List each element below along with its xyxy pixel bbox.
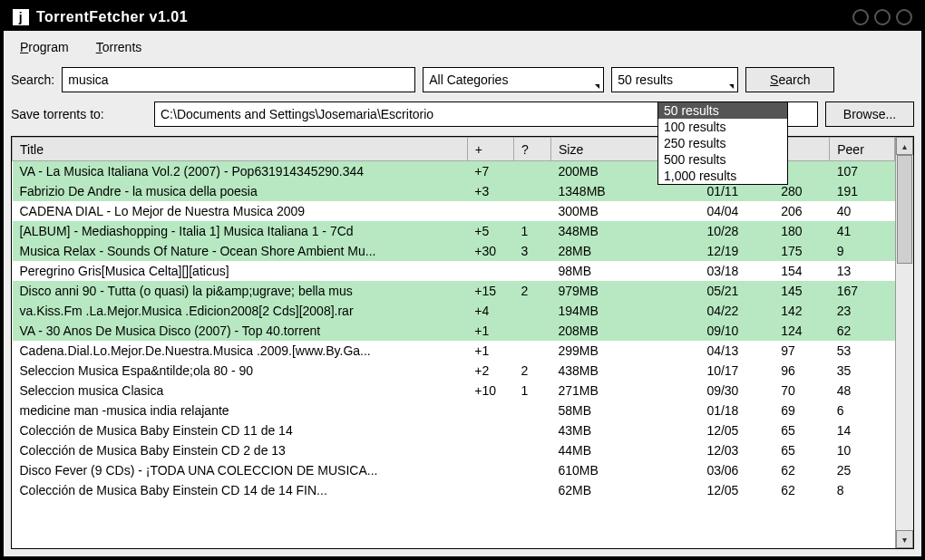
col-q[interactable]: ? xyxy=(514,138,551,161)
cell-date: 03/06 xyxy=(699,460,774,480)
cell-plus: +30 xyxy=(467,241,513,261)
table-row[interactable]: Cadena.Dial.Lo.Mejor.De.Nuestra.Musica .… xyxy=(13,341,895,361)
results-table-wrap: Title + ? Size Peer VA - La Musica Itali… xyxy=(11,136,914,549)
scroll-up-icon[interactable]: ▴ xyxy=(896,137,913,155)
cell-title: Seleccion musica Clasica xyxy=(13,381,468,401)
results-dropdown[interactable]: 50 results 100 results 250 results 500 r… xyxy=(657,101,788,185)
cell-q: 3 xyxy=(514,241,551,261)
cell-peer: 6 xyxy=(830,401,895,420)
window-title: TorrentFetcher v1.01 xyxy=(36,9,188,25)
table-row[interactable]: Disco Fever (9 CDs) - ¡TODA UNA COLECCIO… xyxy=(13,460,895,480)
cell-plus xyxy=(467,460,513,480)
cell-size: 43MB xyxy=(551,420,700,440)
scroll-down-icon[interactable]: ▾ xyxy=(896,530,913,548)
cell-date: 04/13 xyxy=(699,341,774,361)
cell-plus: +1 xyxy=(467,341,513,361)
table-row[interactable]: Seleccion musica Clasica+101271MB09/3070… xyxy=(13,381,895,401)
cell-size: 300MB xyxy=(551,201,700,221)
cell-peer: 107 xyxy=(830,161,895,181)
cell-q xyxy=(514,181,551,201)
cell-seed: 206 xyxy=(774,201,829,221)
table-row[interactable]: Peregrino Gris[Musica Celta][][aticus]98… xyxy=(13,261,895,281)
col-title[interactable]: Title xyxy=(13,138,468,161)
table-row[interactable]: Musica Relax - Sounds Of Nature - Ocean … xyxy=(13,241,895,261)
cell-title: Disco anni 90 - Tutta (o quasi) la pi&am… xyxy=(13,281,468,301)
cell-plus: +2 xyxy=(467,361,513,381)
cell-peer: 48 xyxy=(830,381,895,401)
cell-title: Colección de Musica Baby Einstein CD 2 d… xyxy=(13,440,468,460)
cell-q xyxy=(514,460,551,480)
dropdown-option[interactable]: 250 results xyxy=(658,135,787,151)
cell-seed: 65 xyxy=(774,420,829,440)
cell-size: 28MB xyxy=(551,241,700,261)
cell-date: 12/19 xyxy=(699,241,774,261)
cell-peer: 53 xyxy=(830,341,895,361)
table-row[interactable]: va.Kiss.Fm .La.Mejor.Musica .Edicion2008… xyxy=(13,301,895,321)
cell-size: 610MB xyxy=(551,460,700,480)
table-row[interactable]: VA - 30 Anos De Musica Disco (2007) - To… xyxy=(13,321,895,341)
cell-date: 01/18 xyxy=(699,401,774,420)
table-row[interactable]: Colección de Musica Baby Einstein CD 2 d… xyxy=(13,440,895,460)
dropdown-icon xyxy=(595,84,599,89)
titlebar[interactable]: j TorrentFetcher v1.01 xyxy=(4,4,921,31)
cell-date: 12/05 xyxy=(699,420,774,440)
cell-seed: 65 xyxy=(774,440,829,460)
results-select[interactable]: 50 results xyxy=(611,67,738,92)
minimize-button[interactable] xyxy=(852,9,869,25)
dropdown-option[interactable]: 100 results xyxy=(658,119,787,135)
cell-size: 348MB xyxy=(551,221,700,241)
scroll-thumb[interactable] xyxy=(897,155,912,264)
scroll-track[interactable] xyxy=(896,155,913,530)
cell-size: 979MB xyxy=(551,281,700,301)
cell-peer: 14 xyxy=(830,420,895,440)
category-value: All Categories xyxy=(429,72,508,87)
cell-peer: 40 xyxy=(830,201,895,221)
table-row[interactable]: medicine man -musica india relajante58MB… xyxy=(13,401,895,420)
cell-plus xyxy=(467,480,513,500)
cell-q xyxy=(514,261,551,281)
maximize-button[interactable] xyxy=(874,9,891,25)
cell-date: 05/21 xyxy=(699,281,774,301)
cell-q xyxy=(514,321,551,341)
cell-plus: +4 xyxy=(467,301,513,321)
table-row[interactable]: Disco anni 90 - Tutta (o quasi) la pi&am… xyxy=(13,281,895,301)
table-row[interactable]: CADENA DIAL - Lo Mejor de Nuestra Musica… xyxy=(13,201,895,221)
menu-torrents[interactable]: Torrents xyxy=(96,40,142,54)
close-button[interactable] xyxy=(896,9,912,25)
menubar: Program Torrents xyxy=(11,34,914,67)
search-button[interactable]: Search xyxy=(745,67,834,92)
vertical-scrollbar[interactable]: ▴ ▾ xyxy=(895,137,913,548)
cell-q xyxy=(514,420,551,440)
cell-seed: 142 xyxy=(774,301,829,321)
cell-date: 09/10 xyxy=(699,321,774,341)
cell-plus xyxy=(467,440,513,460)
cell-title: CADENA DIAL - Lo Mejor de Nuestra Musica… xyxy=(13,201,468,221)
cell-plus xyxy=(467,420,513,440)
content-area: Program Torrents Search: All Categories … xyxy=(4,31,921,556)
cell-title: Fabrizio De Andre - la musica della poes… xyxy=(13,181,468,201)
cell-title: VA - La Musica Italiana Vol.2 (2007) - P… xyxy=(13,161,468,181)
dropdown-option[interactable]: 1,000 results xyxy=(658,168,787,184)
col-peer[interactable]: Peer xyxy=(830,138,895,161)
app-window: j TorrentFetcher v1.01 Program Torrents … xyxy=(0,0,925,560)
search-input[interactable] xyxy=(62,67,415,92)
cell-q xyxy=(514,401,551,420)
cell-title: Cadena.Dial.Lo.Mejor.De.Nuestra.Musica .… xyxy=(13,341,468,361)
table-row[interactable]: Seleccion Musica Espa&ntilde;ola 80 - 90… xyxy=(13,361,895,381)
browse-button[interactable]: Browse... xyxy=(825,101,914,127)
app-icon: j xyxy=(13,9,29,25)
cell-date: 04/04 xyxy=(699,201,774,221)
cell-seed: 70 xyxy=(774,381,829,401)
menu-program[interactable]: Program xyxy=(20,40,69,54)
table-row[interactable]: Colección de Musica Baby Einstein CD 14 … xyxy=(13,480,895,500)
col-plus[interactable]: + xyxy=(467,138,513,161)
dropdown-option[interactable]: 500 results xyxy=(658,151,787,168)
save-label: Save torrents to: xyxy=(11,107,147,121)
category-select[interactable]: All Categories xyxy=(423,67,604,92)
cell-date: 12/03 xyxy=(699,440,774,460)
table-row[interactable]: [ALBUM] - Mediashopping - Italia 1] Musi… xyxy=(13,221,895,241)
cell-q: 1 xyxy=(514,381,551,401)
cell-size: 271MB xyxy=(551,381,700,401)
dropdown-option[interactable]: 50 results xyxy=(658,102,787,119)
table-row[interactable]: Colección de Musica Baby Einstein CD 11 … xyxy=(13,420,895,440)
